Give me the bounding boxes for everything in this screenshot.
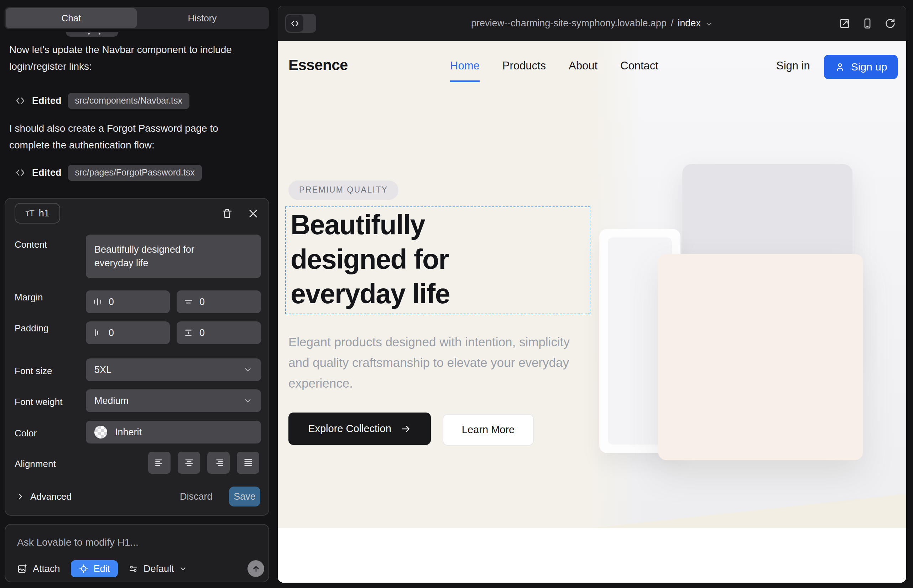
nav-link-home[interactable]: Home (450, 60, 480, 72)
padding-y-value: 0 (199, 328, 205, 339)
edited-file-row: Edited src/components/Navbar.tsx (15, 92, 189, 109)
code-icon (15, 167, 26, 178)
chat-message: Now let's update the Navbar component to… (9, 41, 237, 75)
sign-up-button[interactable]: Sign up (824, 55, 898, 79)
mobile-view-button[interactable] (861, 18, 874, 29)
margin-y-input[interactable]: 0 (176, 291, 261, 313)
nav-link-contact[interactable]: Contact (620, 60, 659, 72)
align-center-icon (183, 457, 195, 468)
chevron-down-icon (243, 396, 253, 405)
url-dropdown[interactable]: preview--charming-site-symphony.lovable.… (278, 6, 906, 41)
advanced-toggle[interactable]: Advanced (16, 486, 71, 507)
image-plus-icon (17, 564, 28, 574)
element-tag-label: h1 (39, 208, 50, 219)
padding-vertical-icon (184, 328, 193, 338)
margin-y-value: 0 (199, 297, 205, 307)
preview-actions (839, 6, 896, 41)
site-logo[interactable]: Essence (288, 57, 348, 74)
padding-x-input[interactable]: 0 (86, 321, 170, 344)
refresh-button[interactable] (884, 18, 896, 29)
padding-label: Padding (15, 323, 49, 334)
refresh-icon (884, 18, 896, 29)
learn-more-button[interactable]: Learn More (443, 414, 534, 446)
transparency-swatch-icon (94, 426, 107, 438)
code-icon (15, 95, 26, 106)
scrolled-chip-fragment (66, 32, 118, 37)
preview-toolbar: preview--charming-site-symphony.lovable.… (278, 6, 906, 41)
send-button[interactable] (248, 560, 264, 577)
composer-toolbar: Attach Edit Default (17, 560, 187, 577)
align-right-button[interactable] (207, 452, 230, 474)
close-icon (248, 208, 259, 219)
url-page: index (678, 18, 701, 29)
premium-quality-badge: PREMIUM QUALITY (288, 181, 398, 200)
margin-vertical-icon (184, 297, 193, 307)
site-canvas: Essence Home Products About Contact Sign… (278, 41, 906, 583)
nav-link-products[interactable]: Products (502, 60, 546, 72)
preview-url: preview--charming-site-symphony.lovable.… (471, 18, 667, 29)
sign-up-label: Sign up (851, 61, 887, 73)
edited-file-row: Edited src/pages/ForgotPassword.tsx (15, 165, 202, 181)
tab-history[interactable]: History (137, 8, 268, 28)
edited-label: Edited (32, 167, 62, 178)
chat-composer: Ask Lovable to modify H1... Attach Edit … (5, 524, 269, 582)
padding-y-input[interactable]: 0 (176, 321, 261, 344)
tab-chat[interactable]: Chat (6, 8, 137, 28)
delete-element-button[interactable] (220, 207, 234, 221)
save-button[interactable]: Save (229, 486, 260, 507)
font-size-select[interactable]: 5XL (86, 359, 261, 381)
selected-element-tag[interactable]: тT h1 (15, 203, 60, 223)
align-center-button[interactable] (178, 452, 200, 474)
sign-in-link[interactable]: Sign in (776, 60, 810, 72)
external-link-icon (839, 18, 851, 29)
color-value: Inherit (115, 427, 142, 438)
advanced-label: Advanced (30, 491, 71, 502)
discard-button[interactable]: Discard (180, 486, 212, 507)
margin-horizontal-icon (93, 297, 102, 307)
edit-mode-button[interactable]: Edit (71, 560, 118, 577)
target-icon (79, 564, 89, 574)
close-editor-button[interactable] (246, 207, 260, 221)
element-editor-panel: тT h1 Content Beautifully designed for e… (5, 198, 269, 516)
font-weight-value: Medium (94, 396, 129, 407)
arrow-up-icon (251, 564, 261, 573)
explore-collection-label: Explore Collection (308, 423, 391, 435)
open-external-button[interactable] (839, 18, 851, 29)
sliders-icon (129, 564, 139, 574)
explore-collection-button[interactable]: Explore Collection (288, 412, 431, 445)
content-value: Beautifully designed for everyday life (94, 243, 212, 270)
align-right-icon (213, 457, 224, 468)
margin-x-input[interactable]: 0 (86, 291, 170, 313)
type-icon: тT (25, 208, 34, 218)
align-left-button[interactable] (148, 452, 170, 474)
edited-label: Edited (32, 95, 62, 107)
chat-history-tabbar: Chat History (5, 7, 269, 29)
content-input[interactable]: Beautifully designed for everyday life (86, 234, 261, 278)
default-mode-dropdown[interactable]: Default (129, 564, 187, 575)
file-chip[interactable]: src/components/Navbar.tsx (68, 93, 190, 109)
color-select[interactable]: Inherit (86, 421, 261, 444)
default-label: Default (144, 564, 174, 575)
hero-section: Essence Home Products About Contact Sign… (278, 41, 906, 528)
mobile-icon (861, 18, 874, 29)
nav-link-about[interactable]: About (569, 60, 597, 72)
hero-description: Elegant products designed with intention… (288, 332, 573, 394)
margin-label: Margin (15, 292, 43, 303)
preview-window: preview--charming-site-symphony.lovable.… (278, 6, 906, 583)
align-justify-button[interactable] (237, 452, 259, 474)
edit-label: Edit (94, 564, 110, 575)
font-size-value: 5XL (94, 365, 112, 375)
chevron-down-icon (179, 565, 187, 573)
user-icon (835, 61, 845, 72)
hero-headline[interactable]: Beautifully designed for everyday life (291, 207, 504, 311)
composer-input[interactable]: Ask Lovable to modify H1... (17, 537, 139, 548)
padding-horizontal-icon (93, 328, 102, 338)
padding-x-value: 0 (108, 328, 114, 339)
font-weight-select[interactable]: Medium (86, 389, 261, 412)
chat-message: I should also create a Forgot Password p… (9, 120, 237, 153)
attach-button[interactable]: Attach (17, 564, 60, 575)
file-chip[interactable]: src/pages/ForgotPassword.tsx (68, 165, 202, 181)
font-weight-label: Font weight (15, 396, 62, 407)
color-label: Color (15, 428, 37, 439)
alignment-label: Alignment (15, 459, 56, 470)
